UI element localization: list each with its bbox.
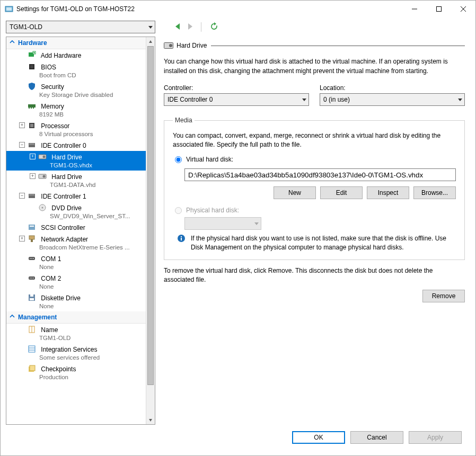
chevron-down-icon (254, 222, 259, 225)
svg-point-35 (30, 258, 31, 259)
collapse-icon[interactable]: − (19, 193, 25, 199)
serial-port-icon (28, 254, 36, 263)
network-icon (28, 235, 36, 243)
radio-vhd-input[interactable] (175, 156, 182, 163)
svg-rect-19 (30, 124, 33, 127)
hard-drive-icon (164, 42, 172, 49)
remove-button[interactable]: Remove (422, 290, 465, 302)
svg-point-29 (42, 207, 43, 209)
expand-icon[interactable]: + (19, 122, 25, 128)
nav-back-button[interactable] (175, 23, 181, 31)
tree-scrollbar[interactable] (146, 37, 155, 424)
scroll-down-icon[interactable] (146, 415, 155, 424)
tree-memory[interactable]: Memory 8192 MB (6, 100, 155, 120)
svg-rect-33 (31, 239, 33, 242)
tree-hard-drive-2[interactable]: + Hard Drive TGM1-DATA.vhd (6, 171, 155, 190)
media-description: You can compact, convert, expand, merge,… (173, 131, 456, 149)
tree-add-hardware[interactable]: Add Hardware (6, 49, 155, 61)
location-select[interactable]: 0 (in use) (320, 93, 465, 106)
close-button[interactable] (451, 1, 475, 17)
svg-rect-30 (29, 225, 35, 230)
tree-dvd-drive[interactable]: DVD Drive SW_DVD9_Win_Server_ST... (6, 202, 155, 221)
tree-processor[interactable]: + Processor 8 Virtual processors (6, 120, 155, 139)
collapse-icon (10, 39, 15, 47)
tree-security[interactable]: Security Key Storage Drive disabled (6, 81, 155, 100)
tree-ide1[interactable]: − IDE Controller 1 (6, 190, 155, 202)
physical-disk-info-text: If the physical hard disk you want to us… (191, 234, 456, 252)
heading-rule (211, 46, 465, 46)
diskette-icon (28, 293, 36, 302)
expand-icon[interactable]: + (30, 154, 36, 159)
titlebar: Settings for TGM1-OLD on TGM-HOST22 (1, 1, 475, 17)
nav-separator (201, 22, 201, 32)
svg-rect-47 (29, 346, 35, 352)
remove-area: To remove the virtual hard disk, click R… (164, 266, 465, 302)
svg-rect-1 (6, 7, 12, 11)
section-hardware[interactable]: Hardware (6, 37, 155, 49)
tree-hard-drive-1[interactable]: + Hard Drive TGM1-OS.vhdx (6, 151, 155, 171)
maximize-button[interactable] (427, 1, 451, 17)
collapse-icon[interactable]: − (19, 142, 25, 148)
svg-rect-57 (181, 238, 182, 240)
memory-icon (28, 102, 36, 110)
svg-rect-58 (181, 236, 182, 237)
tree-integration-services[interactable]: Integration Services Some services offer… (6, 343, 155, 363)
browse-button[interactable]: Browse... (413, 186, 456, 199)
info-icon (177, 234, 186, 243)
location-label: Location: (320, 84, 465, 92)
inspect-button[interactable]: Inspect (367, 186, 409, 199)
serial-port-icon (28, 274, 36, 282)
svg-rect-17 (33, 108, 34, 109)
app-icon (5, 5, 13, 13)
expand-icon[interactable]: + (19, 236, 25, 242)
scrollbar-track[interactable] (146, 46, 155, 415)
minimize-button[interactable] (402, 1, 427, 17)
expand-icon[interactable]: + (30, 173, 36, 179)
nav-forward-button[interactable] (187, 23, 192, 31)
svg-rect-16 (31, 108, 32, 109)
chevron-down-icon (458, 99, 462, 101)
cancel-button[interactable]: Cancel (350, 431, 403, 444)
section-management[interactable]: Management (6, 311, 155, 324)
svg-rect-14 (28, 104, 36, 108)
window-title: Settings for TGM1-OLD on TGM-HOST22 (16, 5, 402, 13)
remove-description: To remove the virtual hard disk, click R… (164, 266, 465, 284)
svg-rect-44 (30, 298, 34, 300)
scrollbar-thumb[interactable] (147, 46, 154, 385)
ok-button[interactable]: OK (292, 431, 345, 444)
svg-point-36 (31, 258, 32, 259)
tree-ide0[interactable]: − IDE Controller 0 (6, 139, 155, 151)
tree-diskette[interactable]: Diskette Drive None (6, 292, 155, 311)
vhd-path-field[interactable] (184, 168, 456, 181)
svg-point-55 (169, 44, 172, 47)
tree-checkpoints[interactable]: Checkpoints Production (6, 363, 155, 382)
svg-point-41 (33, 278, 34, 279)
tree-com2[interactable]: COM 2 None (6, 272, 155, 292)
tree-bios[interactable]: BIOS Boot from CD (6, 61, 155, 81)
controller-icon (28, 192, 36, 200)
controller-icon (28, 141, 36, 149)
controller-select[interactable]: IDE Controller 0 (164, 93, 309, 106)
refresh-button[interactable] (210, 22, 218, 32)
svg-marker-52 (149, 40, 152, 43)
chevron-down-icon (302, 99, 306, 101)
new-button[interactable]: New (274, 186, 316, 199)
tree-network-adapter[interactable]: + Network Adapter Broadcom NetXtreme E-S… (6, 233, 155, 253)
physical-disk-select (184, 217, 261, 230)
scroll-up-icon[interactable] (146, 37, 155, 46)
svg-point-25 (43, 175, 46, 178)
cpu-icon (28, 121, 36, 130)
media-group: Media You can compact, convert, expand, … (164, 117, 465, 260)
vm-selector[interactable]: TGM1-OLD (6, 21, 155, 33)
edit-button[interactable]: Edit (320, 186, 363, 199)
tree-com1[interactable]: COM 1 None (6, 253, 155, 272)
settings-window: Settings for TGM1-OLD on TGM-HOST22 TGM1… (0, 0, 476, 456)
svg-rect-13 (30, 65, 33, 68)
media-legend: Media (173, 117, 195, 124)
vm-selector-value: TGM1-OLD (10, 23, 42, 31)
tree-name[interactable]: Name TGM1-OLD (6, 324, 155, 343)
tree-scsi[interactable]: SCSI Controller (6, 221, 155, 233)
hard-drive-icon (38, 153, 47, 161)
settings-tree: Hardware Add Hardware BIOS Boot from CD … (6, 37, 155, 425)
radio-virtual-hard-disk[interactable]: Virtual hard disk: (175, 156, 456, 163)
